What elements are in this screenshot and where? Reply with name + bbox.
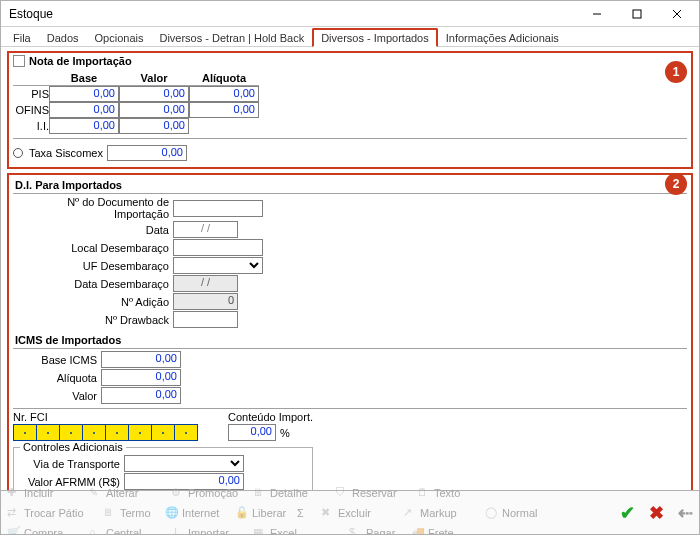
tb-promocao[interactable]: ⚙Promoção <box>171 483 253 503</box>
di-uf-select[interactable] <box>173 257 263 274</box>
tb-pagar[interactable]: $Pagar <box>349 523 411 536</box>
di-doc-imp-label: Nº do Documento de Importação <box>13 196 173 220</box>
exit-button[interactable]: ⇠ <box>678 502 693 524</box>
tb-markup[interactable]: ↗Markup <box>403 503 485 523</box>
di-data-des-input[interactable]: / / <box>173 275 238 292</box>
ii-base[interactable]: 0,00 <box>49 118 119 134</box>
tb-frete[interactable]: 🚚Frete <box>411 523 481 536</box>
pay-icon: $ <box>349 526 363 536</box>
zone-nota-importacao: Nota de Importação Base Valor Alíquota P… <box>7 51 693 169</box>
fci-input[interactable] <box>13 424 198 441</box>
row-cofins-label: OFINS <box>13 102 49 118</box>
di-data-input[interactable]: / / <box>173 221 238 238</box>
pis-aliquota[interactable]: 0,00 <box>189 86 259 102</box>
tb-compra[interactable]: 🛒Compra <box>7 523 89 536</box>
markup-icon: ↗ <box>403 506 417 520</box>
fci-label: Nr. FCI <box>13 411 198 423</box>
swap-icon: ⇄ <box>7 506 21 520</box>
conteudo-import-label: Conteúdo Import. <box>228 411 313 423</box>
icms-valor-label: Valor <box>13 390 101 402</box>
tb-reservar[interactable]: ⛉Reservar <box>335 483 417 503</box>
tb-texto[interactable]: 🗒Texto <box>417 483 499 503</box>
tb-termo[interactable]: 🗎Termo <box>103 503 165 523</box>
close-button[interactable] <box>657 2 697 26</box>
di-local-label: Local Desembaraço <box>13 242 173 254</box>
tb-detalhe[interactable]: 🗎Detalhe <box>253 483 335 503</box>
col-base: Base <box>49 71 119 86</box>
confirm-button[interactable]: ✔ <box>620 502 635 524</box>
row-ii-label: I.I. <box>13 118 49 134</box>
svg-line-3 <box>673 10 681 18</box>
via-transporte-label: Via de Transporte <box>20 458 124 470</box>
tab-opcionais[interactable]: Opcionais <box>87 29 152 46</box>
tab-info-adicionais[interactable]: Informações Adicionais <box>438 29 567 46</box>
icms-base-label: Base ICMS <box>13 354 101 366</box>
tab-dados[interactable]: Dados <box>39 29 87 46</box>
minimize-button[interactable] <box>577 2 617 26</box>
cancel-button[interactable]: ✖ <box>649 502 664 524</box>
delete-icon: ✖ <box>321 506 335 520</box>
svg-line-2 <box>673 10 681 18</box>
ii-valor[interactable]: 0,00 <box>119 118 189 134</box>
tb-trocar-patio[interactable]: ⇄Trocar Pátio <box>7 503 103 523</box>
tb-alterar[interactable]: ✎Alterar <box>89 483 171 503</box>
pis-valor[interactable]: 0,00 <box>119 86 189 102</box>
di-doc-imp-input[interactable] <box>173 200 263 217</box>
di-data-des-label: Data Desembaraço <box>13 278 173 290</box>
di-data-label: Data <box>13 224 173 236</box>
zone-di: D.I. Para Importados Nº do Documento de … <box>7 173 693 492</box>
tb-sigma[interactable]: Σ <box>297 503 321 523</box>
siscomex-label: Taxa Siscomex <box>29 147 103 159</box>
edit-icon: ✎ <box>89 486 103 500</box>
tb-central[interactable]: ⌂Central <box>89 523 171 536</box>
icms-base-input[interactable]: 0,00 <box>101 351 181 368</box>
tab-bar: Fila Dados Opcionais Diversos - Detran |… <box>1 27 699 47</box>
cofins-valor[interactable]: 0,00 <box>119 102 189 118</box>
row-pis-label: PIS <box>13 86 49 103</box>
cofins-aliquota[interactable]: 0,00 <box>189 102 259 118</box>
tab-diversos-importados[interactable]: Diversos - Importados <box>312 28 438 47</box>
svg-rect-1 <box>633 10 641 18</box>
termo-icon: 🗎 <box>103 506 117 520</box>
nota-checkbox[interactable] <box>13 55 25 67</box>
pis-base[interactable]: 0,00 <box>49 86 119 102</box>
reserve-icon: ⛉ <box>335 486 349 500</box>
central-icon: ⌂ <box>89 526 103 536</box>
plus-icon: ✚ <box>7 486 21 500</box>
nota-title: Nota de Importação <box>29 55 132 67</box>
siscomex-radio[interactable] <box>13 148 23 158</box>
text-icon: 🗒 <box>417 486 431 500</box>
detail-icon: 🗎 <box>253 486 267 500</box>
col-aliquota: Alíquota <box>189 71 259 86</box>
bottom-toolbar: ✚Incluir ✎Alterar ⚙Promoção 🗎Detalhe ⛉Re… <box>1 490 699 534</box>
tb-excluir[interactable]: ✖Excluir <box>321 503 403 523</box>
via-transporte-select[interactable] <box>124 455 244 472</box>
cofins-base[interactable]: 0,00 <box>49 102 119 118</box>
tb-excel[interactable]: ▦Excel <box>253 523 349 536</box>
tab-fila[interactable]: Fila <box>5 29 39 46</box>
conteudo-import-input[interactable]: 0,00 <box>228 424 276 441</box>
siscomex-value[interactable]: 0,00 <box>107 145 187 161</box>
di-adicao-label: Nº Adição <box>13 296 173 308</box>
frete-icon: 🚚 <box>411 526 425 536</box>
tab-diversos-detran[interactable]: Diversos - Detran | Hold Back <box>151 29 312 46</box>
tb-normal[interactable]: ◯Normal <box>485 503 567 523</box>
excel-icon: ▦ <box>253 526 267 536</box>
maximize-button[interactable] <box>617 2 657 26</box>
di-adicao-input[interactable]: 0 <box>173 293 238 310</box>
di-title: D.I. Para Importados <box>13 177 687 194</box>
compra-icon: 🛒 <box>7 526 21 536</box>
callout-1: 1 <box>665 61 687 83</box>
tb-internet[interactable]: 🌐Internet <box>165 503 235 523</box>
tb-importar[interactable]: ⤓Importar <box>171 523 253 536</box>
icms-aliquota-input[interactable]: 0,00 <box>101 369 181 386</box>
di-local-input[interactable] <box>173 239 263 256</box>
icms-valor-input[interactable]: 0,00 <box>101 387 181 404</box>
tb-liberar[interactable]: 🔓Liberar <box>235 503 297 523</box>
normal-icon: ◯ <box>485 506 499 520</box>
conteudo-import-unit: % <box>280 427 290 439</box>
import-icon: ⤓ <box>171 526 185 536</box>
tb-incluir[interactable]: ✚Incluir <box>7 483 89 503</box>
internet-icon: 🌐 <box>165 506 179 520</box>
di-drawback-input[interactable] <box>173 311 238 328</box>
